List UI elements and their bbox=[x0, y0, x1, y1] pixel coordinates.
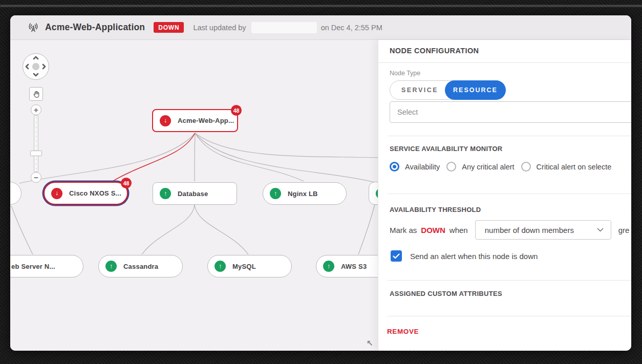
divider bbox=[388, 194, 631, 194]
page-title: Acme-Web-Application bbox=[45, 22, 145, 33]
map-node-database[interactable]: ↑ Database bbox=[153, 182, 237, 205]
status-up-icon: ↑ bbox=[270, 188, 281, 199]
status-up-icon: ↑ bbox=[105, 261, 117, 272]
send-alert-label: Send an alert when this node is down bbox=[410, 252, 538, 261]
status-down-icon: ↓ bbox=[160, 115, 171, 126]
map-node-cisco-nxos[interactable]: ↓ Cisco NXOS S... 48 bbox=[44, 182, 128, 205]
threshold-suffix-text: gre bbox=[618, 226, 630, 234]
map-node-cassandra[interactable]: ↑ Cassandra bbox=[98, 255, 183, 277]
node-type-label: Node Type bbox=[390, 70, 420, 77]
dependency-map[interactable]: + − ↖ ↓ Acme-Web-App... 48 ↓ Cisco NXOS … bbox=[10, 40, 378, 351]
chevron-down-icon bbox=[597, 228, 604, 232]
hand-icon bbox=[32, 90, 40, 98]
threshold-row: Mark as DOWN when number of down members… bbox=[390, 220, 629, 240]
status-up-icon: ↑ bbox=[160, 188, 171, 199]
divider bbox=[388, 316, 631, 316]
status-up-icon: ↑ bbox=[215, 261, 226, 272]
when-label: when bbox=[450, 226, 468, 234]
broadcast-tower-icon bbox=[27, 22, 39, 34]
status-up-icon: ↑ bbox=[323, 261, 334, 272]
divider bbox=[378, 62, 631, 63]
app-window: Acme-Web-Application DOWN Last updated b… bbox=[10, 15, 631, 351]
radio-critical-alert-on-selected[interactable]: Critical alert on selecte bbox=[521, 162, 612, 172]
zoom-slider-track[interactable] bbox=[34, 115, 38, 172]
map-node-web-server[interactable]: eb Server N... bbox=[10, 255, 83, 277]
app-header: Acme-Web-Application DOWN Last updated b… bbox=[10, 15, 631, 40]
send-alert-checkbox-row[interactable]: Send an alert when this node is down bbox=[391, 250, 538, 262]
node-type-resource-button[interactable]: RESOURCE bbox=[445, 80, 506, 100]
node-type-service-button[interactable]: SERVICE bbox=[390, 80, 450, 100]
map-node-aws-s3[interactable]: ↑ AWS S3 bbox=[316, 255, 378, 277]
map-node-acme-web-app[interactable]: ↓ Acme-Web-App... 48 bbox=[152, 109, 238, 132]
radio-any-critical-alert[interactable]: Any critical alert bbox=[446, 162, 514, 172]
down-word: DOWN bbox=[421, 226, 445, 234]
background-glint bbox=[0, 5, 642, 7]
last-updated-label: Last updated by bbox=[193, 24, 246, 32]
resource-select-dropdown[interactable]: Select bbox=[390, 101, 631, 123]
radio-selected-icon[interactable] bbox=[390, 162, 399, 172]
node-type-toggle: SERVICE RESOURCE bbox=[390, 80, 506, 100]
status-badge-down: DOWN bbox=[154, 22, 184, 33]
desktop-background: Acme-Web-Application DOWN Last updated b… bbox=[0, 0, 642, 364]
checkbox-checked-icon[interactable] bbox=[391, 250, 402, 262]
pan-hand-button[interactable] bbox=[29, 87, 43, 101]
zoom-out-button[interactable]: − bbox=[31, 172, 41, 183]
radio-availability[interactable]: Availability bbox=[390, 162, 440, 172]
threshold-metric-value: number of down members bbox=[485, 226, 574, 234]
service-availability-monitor-title: SERVICE AVAILABILITY MONITOR bbox=[390, 145, 503, 153]
last-updated-timestamp: on Dec 4, 2:55 PM bbox=[321, 24, 382, 32]
remove-node-button[interactable]: REMOVE bbox=[387, 328, 419, 335]
redacted-username bbox=[251, 22, 317, 33]
map-node-mysql[interactable]: ↑ MySQL bbox=[207, 255, 292, 277]
zoom-slider-handle[interactable] bbox=[30, 151, 42, 156]
checkmark-icon bbox=[393, 253, 400, 259]
map-node-nginx-lb[interactable]: ↑ Nginx LB bbox=[263, 182, 347, 205]
map-node-partial-right[interactable] bbox=[369, 182, 378, 205]
status-down-icon: ↓ bbox=[51, 188, 62, 199]
alert-count-badge: 48 bbox=[121, 178, 132, 188]
node-configuration-panel: NODE CONFIGURATION Node Type SERVICE RES… bbox=[378, 40, 631, 351]
availability-monitor-radio-group: Availability Any critical alert Critical… bbox=[390, 162, 611, 172]
pan-control[interactable] bbox=[23, 53, 49, 80]
alert-count-badge: 48 bbox=[231, 105, 242, 116]
pan-center-dot bbox=[32, 63, 39, 70]
expand-map-icon[interactable]: ↖ bbox=[367, 338, 373, 348]
mark-as-label: Mark as bbox=[390, 226, 417, 234]
radio-unselected-icon[interactable] bbox=[446, 162, 456, 172]
assigned-custom-attributes-title: ASSIGNED CUSTOM ATTRIBUTES bbox=[390, 290, 502, 297]
threshold-metric-dropdown[interactable]: number of down members bbox=[475, 220, 611, 240]
divider bbox=[388, 280, 631, 281]
panel-title: NODE CONFIGURATION bbox=[390, 47, 479, 55]
divider bbox=[388, 136, 631, 136]
availability-threshold-title: AVAILABILITY THRESHOLD bbox=[390, 206, 481, 213]
radio-unselected-icon[interactable] bbox=[521, 162, 531, 172]
zoom-in-button[interactable]: + bbox=[31, 104, 41, 115]
resource-select-placeholder: Select bbox=[397, 108, 418, 116]
